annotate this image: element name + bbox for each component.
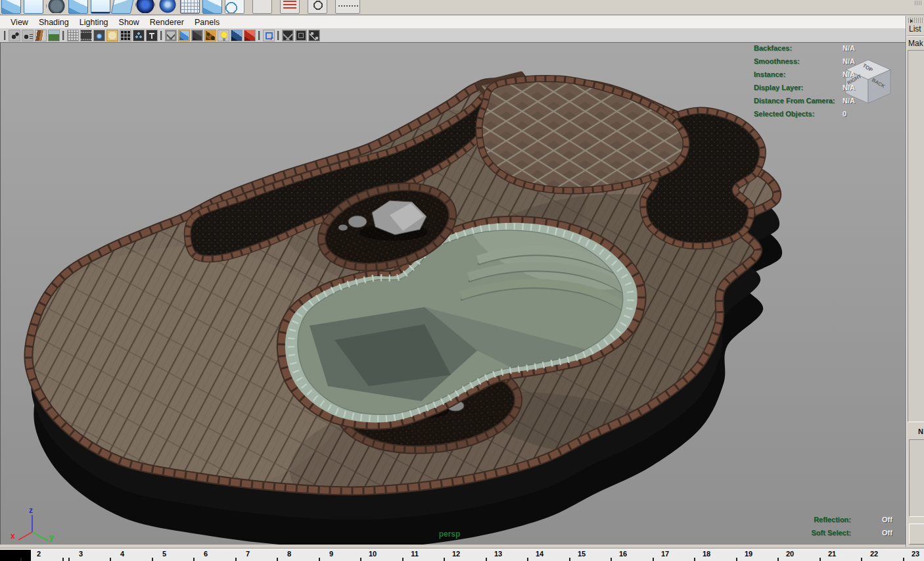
poly-plane-edit-shelf-icon[interactable] [91,0,110,14]
notes-field[interactable] [909,439,924,517]
menu-show[interactable]: Show [114,17,145,28]
frame-label: 11 [405,550,425,558]
poly-plane-shelf-icon[interactable] [24,0,43,14]
toolbar-separator [258,31,261,40]
frame-label: 13 [488,550,508,558]
grid-strip-button-icon[interactable] [252,0,272,14]
perspective-viewport[interactable]: TOP RIGHT BACK Backfaces:N/A Smoothness:… [0,43,906,545]
attribute-editor-tab[interactable]: Mak [908,39,923,48]
poly-ramp-shelf-icon[interactable] [111,0,135,14]
frame-label: 23 [906,550,924,558]
use-all-lights-icon[interactable] [218,30,229,41]
dotted-strip-button-icon[interactable] [335,0,360,14]
hud-value: N/A [843,44,855,52]
joints-display-icon[interactable] [308,30,320,41]
camera-name-label: persp [404,529,496,539]
field-chart-icon[interactable] [120,30,131,41]
loop-arrow-button-icon[interactable] [308,0,327,14]
hud-label: Soft Select: [756,529,851,537]
safe-title-icon[interactable] [146,30,158,41]
toolbar-separator [3,31,7,40]
collapse-arrow-icon [910,19,913,23]
menu-view[interactable]: View [5,17,34,28]
axis-z-label: z [29,506,33,515]
frame-label: 18 [697,550,716,558]
frame-label: 7 [238,550,258,558]
attribute-editor-body [908,50,924,422]
resolution-gate-icon[interactable] [93,30,105,41]
selection-highlighting-icon[interactable] [263,30,275,41]
frame-label: 5 [154,550,174,558]
menu-panels[interactable]: Panels [189,17,225,28]
frame-label: 9 [321,550,341,558]
frame-label: 6 [196,550,216,558]
shelf-corner-grip [915,1,923,5]
safe-action-icon[interactable] [133,30,145,41]
poly-cube-beveled-shelf-icon[interactable] [68,0,88,14]
isolate-select-icon[interactable] [282,30,294,41]
swirl-sphere-shelf-icon[interactable] [158,0,177,14]
select-camera-icon[interactable] [9,30,20,41]
frame-selection-icon[interactable] [295,30,307,41]
panel-button[interactable] [909,524,924,545]
frame-label: 21 [822,550,842,558]
hud-value: N/A [843,70,855,78]
blue-cube-shelf-icon[interactable] [202,0,222,14]
hud-label: Smoothness: [754,57,843,65]
hud-value: Off [882,516,892,524]
frame-label: 19 [739,550,758,558]
frame-label: 16 [613,550,633,558]
notes-header: N [906,427,924,438]
panel-menu-bar: View Shading Lighting Show Renderer Pane… [0,16,906,28]
hud-label: Selected Objects: [754,110,843,118]
menu-renderer[interactable]: Renderer [145,17,189,28]
motion-blur-icon[interactable] [244,30,256,41]
shadows-icon[interactable] [231,30,243,41]
hud-value: 0 [843,110,846,118]
gray-sphere-shelf-icon[interactable] [46,0,66,14]
grid-icon[interactable] [67,30,79,41]
frame-label: 3 [71,550,91,558]
attribute-editor-strip: List Mak N [906,16,924,547]
film-gate-icon[interactable] [80,30,92,41]
image-plane-icon[interactable] [48,30,60,41]
hud-bottom-right: Reflection:Off Soft Select:Off [756,516,892,542]
frame-label: 20 [780,550,800,558]
attribute-editor-list-menu[interactable]: List [909,24,921,34]
frame-ticks [0,558,924,561]
shelf-icons-row [1,0,363,14]
wave-curve-shelf-icon[interactable] [225,0,244,14]
hud-label: Reflection: [756,516,851,524]
hud-value: Off [882,529,892,537]
toolbar-separator [62,31,65,40]
smooth-shade-all-icon[interactable] [178,30,190,41]
menu-shading[interactable]: Shading [34,17,74,28]
red-strip-button-icon[interactable] [280,0,300,14]
camera-attributes-icon[interactable] [22,30,34,41]
axis-gizmo: z x y [7,503,57,544]
wireframe-icon[interactable] [165,30,177,41]
panel-divider [907,36,924,37]
frame-label: 14 [530,550,549,558]
gate-mask-icon[interactable] [106,30,118,41]
frame-label: 4 [112,550,132,558]
axis-x-label: x [11,531,15,541]
earth-sphere-shelf-icon[interactable] [135,0,155,14]
frame-label: 10 [363,550,382,558]
time-slider[interactable]: 2 3 4 5 6 7 8 9 10 11 12 13 14 15 16 17 … [0,548,924,561]
bookmarks-icon[interactable] [35,30,47,41]
panel-drag-handle[interactable] [908,18,923,23]
hud-label: Backfaces: [754,44,843,52]
poly-cube-shelf-icon[interactable] [1,0,21,14]
lattice-cube-shelf-icon[interactable] [180,0,200,14]
wireframe-on-shaded-icon[interactable] [191,30,203,41]
frame-label: 2 [29,550,49,558]
frame-label: 8 [279,550,299,558]
menu-lighting[interactable]: Lighting [74,17,114,28]
hud-label: Display Layer: [754,84,843,91]
textured-icon[interactable] [204,30,216,41]
frame-label: 15 [572,550,591,558]
hud-label: Instance: [754,70,843,78]
panel-toolbar [0,28,906,43]
hud-value: N/A [843,97,855,105]
